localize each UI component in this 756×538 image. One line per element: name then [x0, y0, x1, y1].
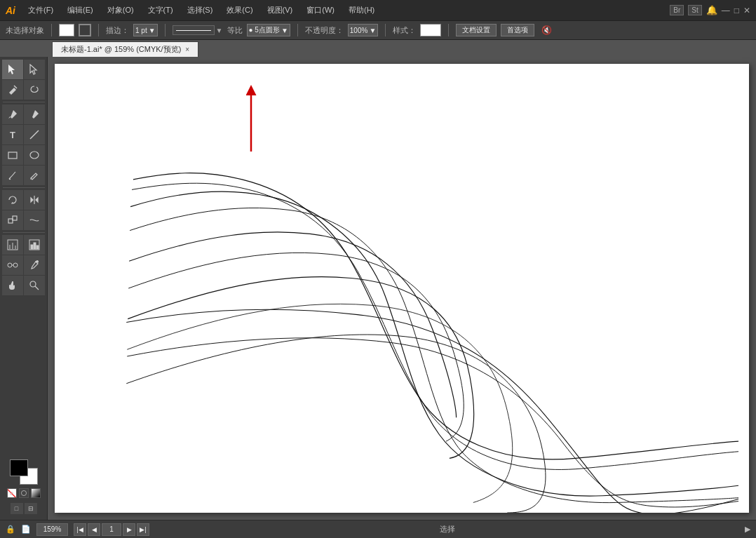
pencil-tool[interactable] — [24, 166, 45, 185]
fill-swatch[interactable] — [59, 24, 74, 36]
tool-row-3: + — [2, 105, 45, 124]
color-mode-btn[interactable] — [19, 488, 29, 498]
svg-rect-19 — [36, 246, 39, 249]
screen-mode-btn[interactable]: ⊟ — [25, 503, 37, 514]
toolbar-colors: ⊘ □ ⊟ — [7, 459, 41, 517]
warp-tool[interactable] — [24, 210, 45, 230]
tool-row-9 — [2, 235, 45, 255]
minimize-btn[interactable]: — — [722, 6, 730, 15]
dot-dropdown[interactable]: ● 5点圆形 ▼ — [247, 24, 290, 36]
tab-bar: 未标题-1.ai* @ 159% (CMYK/预览) × — [0, 40, 756, 57]
add-anchor-tool[interactable]: + — [24, 105, 45, 124]
paintbrush-tool[interactable] — [2, 166, 23, 185]
zoom-input[interactable] — [36, 523, 68, 536]
svg-rect-10 — [8, 219, 13, 223]
stroke-dropdown[interactable]: 1 pt ▼ — [133, 24, 158, 36]
magic-wand-tool[interactable] — [2, 80, 23, 100]
svg-point-20 — [8, 263, 12, 267]
canvas-svg — [55, 64, 749, 513]
hand-tool[interactable] — [2, 276, 23, 295]
main-layout: + T — [0, 57, 756, 520]
lock-icon[interactable]: 🔒 — [6, 525, 15, 534]
menu-edit[interactable]: 编辑(E) — [63, 4, 97, 17]
menu-help[interactable]: 帮助(H) — [344, 4, 379, 17]
maximize-btn[interactable]: □ — [734, 6, 739, 15]
preferences-btn[interactable]: 首选项 — [501, 24, 534, 36]
svg-marker-8 — [31, 198, 33, 202]
svg-rect-18 — [34, 243, 36, 249]
document-tab[interactable]: 未标题-1.ai* @ 159% (CMYK/预览) × — [52, 41, 198, 57]
tool-row-4: T — [2, 125, 45, 144]
none-swatch[interactable]: ⊘ — [7, 488, 17, 498]
opacity-dropdown[interactable]: 100% ▼ — [348, 24, 378, 36]
scale-tool[interactable] — [2, 210, 23, 230]
status-tool-label: 选择 — [155, 524, 739, 534]
line-segment-tool[interactable] — [24, 125, 45, 144]
tool-row-8 — [2, 210, 45, 230]
canvas-area — [48, 57, 756, 520]
artboard-icon[interactable]: 📄 — [21, 525, 31, 534]
tab-close-btn[interactable]: × — [185, 46, 189, 53]
svg-point-6 — [30, 152, 39, 159]
style-label: 样式： — [393, 25, 416, 36]
sound-icon[interactable]: 🔇 — [541, 25, 552, 35]
svg-point-23 — [30, 281, 36, 287]
canvas-container — [55, 64, 749, 513]
menu-object[interactable]: 对象(O) — [103, 4, 138, 17]
menu-file[interactable]: 文件(F) — [24, 4, 58, 17]
style-swatch[interactable] — [420, 24, 441, 36]
status-right-arrow[interactable]: ▶ — [745, 525, 750, 534]
gradient-swatch[interactable] — [31, 488, 41, 498]
svg-line-2 — [14, 86, 17, 88]
tool-sep-3 — [3, 232, 45, 233]
foreground-color-swatch[interactable] — [10, 459, 28, 476]
rotate-tool[interactable] — [2, 190, 23, 210]
ellipse-tool[interactable] — [24, 145, 45, 165]
draw-mode-btn[interactable]: □ — [11, 503, 23, 514]
svg-marker-0 — [8, 65, 15, 74]
zoom-tool[interactable] — [24, 276, 45, 295]
tool-row-5 — [2, 145, 45, 165]
stock-btn[interactable]: St — [688, 5, 701, 15]
no-selection-label: 未选择对象 — [6, 25, 44, 36]
page-input[interactable] — [102, 523, 121, 536]
menu-view[interactable]: 视图(V) — [263, 4, 297, 17]
page-navigation: |◀ ◀ ▶ ▶| — [74, 523, 149, 536]
opacity-label: 不透明度： — [305, 25, 344, 36]
eyedropper-tool[interactable] — [24, 255, 45, 275]
lasso-tool[interactable] — [24, 80, 45, 100]
pen-tool[interactable] — [2, 105, 23, 124]
doc-settings-btn[interactable]: 文档设置 — [456, 24, 497, 36]
tool-row-7 — [2, 190, 45, 210]
rect-tool[interactable] — [2, 145, 23, 165]
select-tool[interactable] — [2, 60, 23, 79]
menu-type[interactable]: 文字(T) — [144, 4, 177, 17]
blend-tool[interactable] — [2, 255, 23, 275]
next-page-btn[interactable]: ▶ — [123, 523, 135, 536]
column-graph-tool[interactable] — [24, 235, 45, 255]
stroke-swatch[interactable] — [79, 24, 91, 36]
graph-tool[interactable] — [2, 235, 23, 255]
type-tool[interactable]: T — [2, 125, 23, 144]
bridge-btn[interactable]: Br — [670, 5, 684, 15]
menu-select[interactable]: 选择(S) — [183, 4, 217, 17]
reflect-tool[interactable] — [24, 190, 45, 210]
tool-row-11 — [2, 276, 45, 295]
first-page-btn[interactable]: |◀ — [74, 523, 86, 536]
close-btn[interactable]: ✕ — [743, 6, 750, 15]
tool-row-1 — [2, 60, 45, 79]
direct-select-tool[interactable] — [24, 60, 45, 79]
last-page-btn[interactable]: ▶| — [137, 523, 149, 536]
tab-title: 未标题-1.ai* @ 159% (CMYK/预览) — [61, 44, 181, 55]
menu-effect[interactable]: 效果(C) — [222, 4, 257, 17]
prev-page-btn[interactable]: ◀ — [88, 523, 100, 536]
svg-marker-9 — [36, 198, 38, 202]
line-preview[interactable]: ▼ — [173, 25, 223, 35]
menu-window[interactable]: 窗口(W) — [302, 4, 339, 17]
svg-rect-11 — [13, 216, 17, 220]
notification-icon[interactable]: 🔔 — [706, 5, 717, 15]
toolbar-bottom-icons: □ ⊟ — [11, 503, 37, 514]
color-swatch-pair — [10, 459, 38, 485]
equal-ratio-label: 等比 — [227, 25, 243, 36]
svg-text:+: + — [35, 110, 39, 116]
